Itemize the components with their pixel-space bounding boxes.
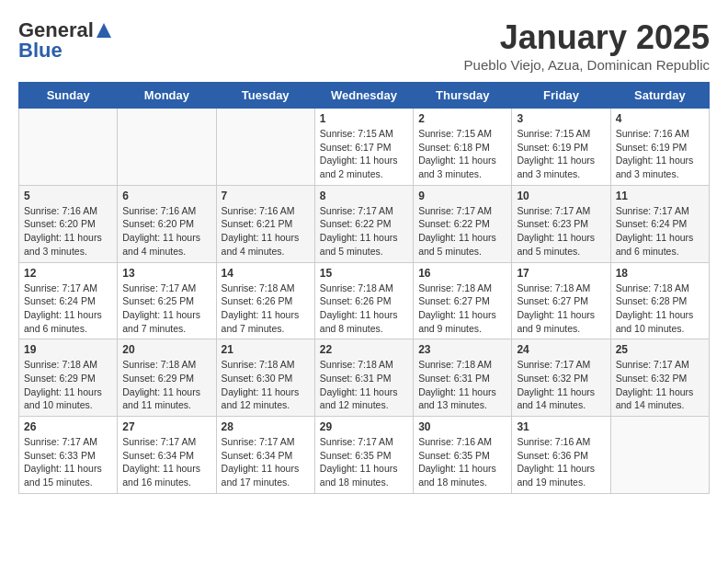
day-info: Sunrise: 7:15 AMSunset: 6:18 PMDaylight:… [418,127,506,181]
calendar-cell: 28Sunrise: 7:17 AMSunset: 6:34 PMDayligh… [216,417,314,494]
weekday-header-friday: Friday [512,83,610,109]
calendar-cell: 27Sunrise: 7:17 AMSunset: 6:34 PMDayligh… [118,417,216,494]
day-info: Sunrise: 7:17 AMSunset: 6:35 PMDaylight:… [320,435,408,489]
day-info: Sunrise: 7:17 AMSunset: 6:22 PMDaylight:… [320,204,408,259]
calendar-cell: 12Sunrise: 7:17 AMSunset: 6:24 PMDayligh… [19,262,118,339]
day-number: 2 [418,112,506,125]
calendar-cell: 22Sunrise: 7:18 AMSunset: 6:31 PMDayligh… [314,339,413,417]
day-info: Sunrise: 7:18 AMSunset: 6:27 PMDaylight:… [517,282,605,336]
day-number: 5 [24,190,112,202]
title-area: January 2025 Pueblo Viejo, Azua, Dominic… [464,18,710,73]
day-info: Sunrise: 7:17 AMSunset: 6:25 PMDaylight:… [122,282,210,336]
calendar-cell [610,417,709,494]
day-info: Sunrise: 7:16 AMSunset: 6:36 PMDaylight:… [517,435,605,489]
day-number: 18 [616,267,704,280]
calendar-cell [19,109,118,186]
calendar-cell: 17Sunrise: 7:18 AMSunset: 6:27 PMDayligh… [512,262,610,339]
calendar-week-1: 1Sunrise: 7:15 AMSunset: 6:17 PMDaylight… [19,109,710,186]
calendar-cell: 1Sunrise: 7:15 AMSunset: 6:17 PMDaylight… [314,109,413,186]
calendar-cell: 9Sunrise: 7:17 AMSunset: 6:22 PMDaylight… [414,185,512,262]
calendar-cell: 13Sunrise: 7:17 AMSunset: 6:25 PMDayligh… [118,262,216,339]
day-info: Sunrise: 7:15 AMSunset: 6:17 PMDaylight:… [320,127,408,181]
calendar-cell: 5Sunrise: 7:16 AMSunset: 6:20 PMDaylight… [19,185,118,262]
day-info: Sunrise: 7:16 AMSunset: 6:20 PMDaylight:… [24,204,112,259]
weekday-header-saturday: Saturday [610,83,709,109]
day-number: 21 [222,343,310,356]
calendar-cell: 25Sunrise: 7:17 AMSunset: 6:32 PMDayligh… [610,339,709,417]
calendar-cell [216,109,314,186]
day-info: Sunrise: 7:17 AMSunset: 6:22 PMDaylight:… [418,204,506,259]
day-number: 24 [517,343,605,356]
calendar-cell: 14Sunrise: 7:18 AMSunset: 6:26 PMDayligh… [216,262,314,339]
weekday-header-sunday: Sunday [19,83,118,109]
calendar-week-4: 19Sunrise: 7:18 AMSunset: 6:29 PMDayligh… [19,339,710,417]
calendar-cell: 6Sunrise: 7:16 AMSunset: 6:20 PMDaylight… [118,185,216,262]
day-number: 20 [122,343,210,356]
day-number: 26 [24,420,112,433]
day-number: 28 [222,420,310,433]
calendar-cell: 7Sunrise: 7:16 AMSunset: 6:21 PMDaylight… [216,185,314,262]
day-info: Sunrise: 7:18 AMSunset: 6:26 PMDaylight:… [320,282,408,336]
weekday-header-wednesday: Wednesday [314,83,413,109]
calendar-week-5: 26Sunrise: 7:17 AMSunset: 6:33 PMDayligh… [19,417,710,494]
calendar-cell: 26Sunrise: 7:17 AMSunset: 6:33 PMDayligh… [19,417,118,494]
weekday-header-tuesday: Tuesday [216,83,314,109]
weekday-header-row: SundayMondayTuesdayWednesdayThursdayFrid… [19,83,710,109]
day-number: 8 [320,190,408,202]
day-number: 30 [418,420,506,433]
logo-icon [95,21,113,40]
day-info: Sunrise: 7:17 AMSunset: 6:33 PMDaylight:… [24,435,112,489]
day-number: 15 [320,267,408,280]
logo-blue: Blue [18,39,63,63]
day-number: 23 [418,343,506,356]
day-number: 17 [517,267,605,280]
day-info: Sunrise: 7:17 AMSunset: 6:34 PMDaylight:… [222,435,310,489]
day-number: 9 [418,190,506,202]
day-info: Sunrise: 7:18 AMSunset: 6:26 PMDaylight:… [222,282,310,336]
calendar-cell: 15Sunrise: 7:18 AMSunset: 6:26 PMDayligh… [314,262,413,339]
day-number: 31 [517,420,605,433]
logo: General Blue [18,18,114,63]
day-number: 19 [24,343,112,356]
day-info: Sunrise: 7:18 AMSunset: 6:30 PMDaylight:… [222,358,310,412]
day-info: Sunrise: 7:17 AMSunset: 6:32 PMDaylight:… [616,358,704,412]
day-info: Sunrise: 7:16 AMSunset: 6:20 PMDaylight:… [122,204,210,259]
month-title: January 2025 [464,18,710,57]
day-info: Sunrise: 7:18 AMSunset: 6:31 PMDaylight:… [320,358,408,412]
weekday-header-thursday: Thursday [414,83,512,109]
day-number: 16 [418,267,506,280]
calendar-cell: 2Sunrise: 7:15 AMSunset: 6:18 PMDaylight… [414,109,512,186]
day-number: 27 [122,420,210,433]
day-info: Sunrise: 7:18 AMSunset: 6:29 PMDaylight:… [122,358,210,412]
day-info: Sunrise: 7:18 AMSunset: 6:31 PMDaylight:… [418,358,506,412]
day-info: Sunrise: 7:16 AMSunset: 6:21 PMDaylight:… [222,204,310,259]
day-number: 14 [222,267,310,280]
calendar-cell: 20Sunrise: 7:18 AMSunset: 6:29 PMDayligh… [118,339,216,417]
calendar-week-2: 5Sunrise: 7:16 AMSunset: 6:20 PMDaylight… [19,185,710,262]
day-number: 22 [320,343,408,356]
calendar-cell: 4Sunrise: 7:16 AMSunset: 6:19 PMDaylight… [610,109,709,186]
day-info: Sunrise: 7:18 AMSunset: 6:27 PMDaylight:… [418,282,506,336]
day-info: Sunrise: 7:17 AMSunset: 6:34 PMDaylight:… [122,435,210,489]
day-number: 29 [320,420,408,433]
location: Pueblo Viejo, Azua, Dominican Republic [464,57,710,73]
calendar-cell [118,109,216,186]
day-info: Sunrise: 7:17 AMSunset: 6:24 PMDaylight:… [616,204,704,259]
day-number: 6 [122,190,210,202]
calendar-cell: 29Sunrise: 7:17 AMSunset: 6:35 PMDayligh… [314,417,413,494]
day-number: 7 [222,190,310,202]
calendar-week-3: 12Sunrise: 7:17 AMSunset: 6:24 PMDayligh… [19,262,710,339]
day-number: 10 [517,190,605,202]
calendar-cell: 23Sunrise: 7:18 AMSunset: 6:31 PMDayligh… [414,339,512,417]
calendar-cell: 31Sunrise: 7:16 AMSunset: 6:36 PMDayligh… [512,417,610,494]
day-number: 12 [24,267,112,280]
weekday-header-monday: Monday [118,83,216,109]
day-info: Sunrise: 7:16 AMSunset: 6:35 PMDaylight:… [418,435,506,489]
day-info: Sunrise: 7:18 AMSunset: 6:28 PMDaylight:… [616,282,704,336]
calendar-cell: 3Sunrise: 7:15 AMSunset: 6:19 PMDaylight… [512,109,610,186]
day-number: 11 [616,190,704,202]
day-info: Sunrise: 7:15 AMSunset: 6:19 PMDaylight:… [517,127,605,181]
calendar-cell: 18Sunrise: 7:18 AMSunset: 6:28 PMDayligh… [610,262,709,339]
day-number: 1 [320,112,408,125]
calendar-cell: 10Sunrise: 7:17 AMSunset: 6:23 PMDayligh… [512,185,610,262]
